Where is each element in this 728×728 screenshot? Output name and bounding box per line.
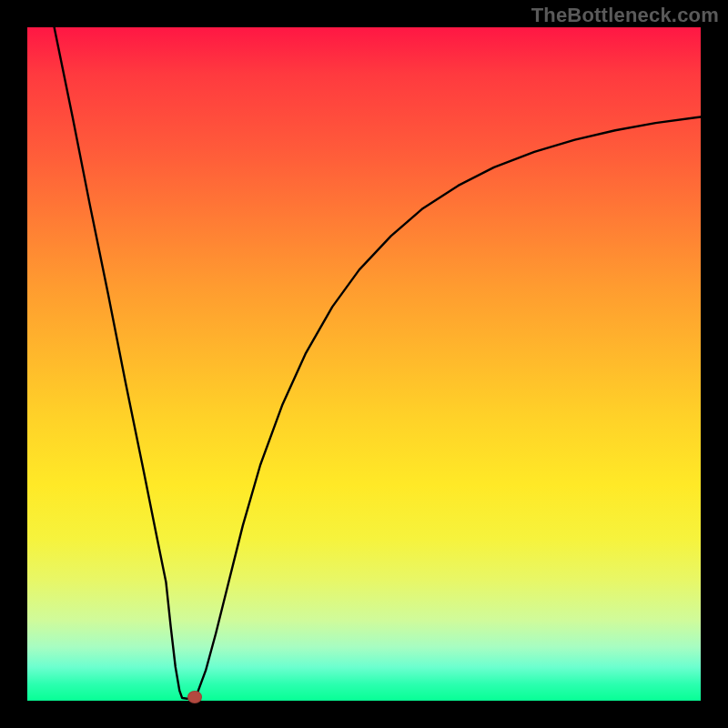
curve-minimum-marker bbox=[187, 691, 202, 703]
chart-frame: TheBottleneck.com bbox=[0, 0, 728, 728]
attribution-text: TheBottleneck.com bbox=[531, 4, 719, 27]
plot-area bbox=[27, 27, 701, 701]
line-curve bbox=[27, 27, 701, 701]
